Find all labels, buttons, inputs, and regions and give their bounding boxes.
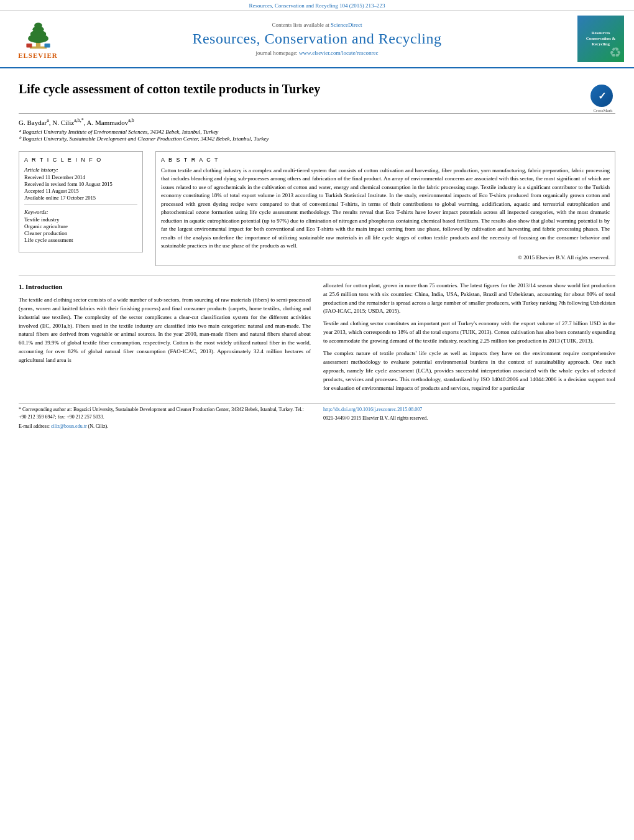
intro-col-left: 1. Introduction The textile and clothing…: [19, 282, 311, 397]
journal-homepage-line: journal homepage: www.elsevier.com/locat…: [66, 50, 568, 56]
email-label: E-mail address:: [19, 423, 51, 429]
elsevier-logo: ELSEVIER: [10, 19, 66, 59]
journal-citation-banner: Resources, Conservation and Recycling 10…: [0, 0, 634, 11]
svg-rect-7: [44, 44, 50, 47]
keyword-4: Life cycle assessment: [24, 237, 137, 243]
available-date: Available online 17 October 2015: [24, 195, 137, 201]
article-history-label: Article history:: [24, 167, 137, 173]
intro-para-1: The textile and clothing sector consists…: [19, 296, 311, 366]
journal-center-header: Contents lists available at ScienceDirec…: [66, 22, 568, 56]
elsevier-brand-label: ELSEVIER: [18, 52, 58, 59]
author-2: N. Ciliz: [52, 119, 74, 126]
keyword-3: Cleaner production: [24, 230, 137, 236]
author-1: G. Baydar: [19, 119, 47, 126]
journal-homepage-link[interactable]: www.elsevier.com/locate/resconrec: [299, 50, 378, 56]
abstract-heading: A B S T R A C T: [161, 157, 610, 163]
article-history-group: Article history: Received 11 December 20…: [24, 167, 137, 201]
main-content-area: Life cycle assessment of cotton textile …: [0, 68, 634, 430]
email-attribution: (N. Ciliz).: [88, 423, 109, 429]
author-3: A. Mammadov: [87, 119, 129, 126]
article-info-box: A R T I C L E I N F O Article history: R…: [19, 151, 143, 252]
introduction-section: 1. Introduction The textile and clothing…: [19, 275, 615, 397]
journal-citation-text: Resources, Conservation and Recycling 10…: [249, 2, 385, 9]
author-1-affil: a: [47, 118, 49, 123]
journal-logo-image: ResourcesConservation &Recycling ♻: [577, 16, 624, 62]
svg-rect-6: [26, 44, 32, 47]
article-title: Life cycle assessment of cotton textile …: [19, 82, 584, 96]
corresponding-author-note: * Corresponding author at: Bogazici Univ…: [19, 406, 311, 421]
contents-text: Contents lists available at: [272, 22, 329, 28]
intro-section-title: 1. Introduction: [19, 282, 311, 292]
article-info-column: A R T I C L E I N F O Article history: R…: [19, 151, 143, 266]
article-title-section: Life cycle assessment of cotton textile …: [19, 76, 615, 114]
journal-title: Resources, Conservation and Recycling: [66, 30, 568, 47]
article-info-heading: A R T I C L E I N F O: [24, 157, 137, 163]
keywords-label: Keywords:: [24, 209, 137, 215]
abstract-column: A B S T R A C T Cotton textile and cloth…: [155, 151, 615, 266]
intro-para-4: The complex nature of textile products' …: [323, 349, 615, 393]
intro-col-right: allocated for cotton plant, grown in mor…: [323, 282, 615, 397]
affiliation-a: ᵃ Bogazici University Institute of Envir…: [19, 129, 615, 135]
authors-line: G. Baydara, N. Ciliza,b,*, A. Mammadova,…: [19, 118, 615, 126]
abstract-copyright: © 2015 Elsevier B.V. All rights reserved…: [161, 254, 610, 261]
accepted-date: Accepted 11 August 2015: [24, 188, 137, 194]
crossmark-label: CrossMark: [590, 108, 615, 113]
footnotes-section: * Corresponding author at: Bogazici Univ…: [19, 403, 615, 430]
authors-section: G. Baydara, N. Ciliza,b,*, A. Mammadova,…: [19, 114, 615, 145]
journal-logo-text: ResourcesConservation &Recycling: [586, 30, 616, 47]
contents-list-line: Contents lists available at ScienceDirec…: [66, 22, 568, 28]
footnotes-left-col: * Corresponding author at: Bogazici Univ…: [19, 406, 311, 430]
affiliation-b: ᵇ Bogazici University, Sustainable Devel…: [19, 136, 615, 142]
email-link[interactable]: ciliz@boun.edu.tr: [51, 423, 87, 429]
svg-rect-1: [29, 46, 46, 48]
journal-logo-box-container: ResourcesConservation &Recycling ♻: [568, 16, 624, 62]
author-3-affil: a,b: [128, 118, 134, 123]
article-meta-row: A R T I C L E I N F O Article history: R…: [19, 151, 615, 266]
issn-line: 0921-3449/© 2015 Elsevier B.V. All right…: [323, 415, 615, 422]
keywords-group: Keywords: Textile industry Organic agric…: [24, 209, 137, 243]
elsevier-tree-icon: [18, 19, 58, 50]
email-note: E-mail address: ciliz@boun.edu.tr (N. Ci…: [19, 423, 311, 430]
footnotes-right-col: http://dx.doi.org/10.1016/j.resconrec.20…: [323, 406, 615, 430]
doi-link[interactable]: http://dx.doi.org/10.1016/j.resconrec.20…: [323, 406, 615, 413]
received-date: Received 11 December 2014: [24, 174, 137, 180]
intro-para-3: Textile and clothing sector constitutes …: [323, 320, 615, 346]
sciencedirect-link[interactable]: ScienceDirect: [331, 22, 362, 28]
affiliations-section: ᵃ Bogazici University Institute of Envir…: [19, 129, 615, 142]
abstract-text: Cotton textile and clothing industry is …: [161, 167, 610, 251]
author-2-affil: a,b,*: [74, 118, 84, 123]
keyword-1: Textile industry: [24, 216, 137, 223]
abstract-box: A B S T R A C T Cotton textile and cloth…: [155, 151, 615, 266]
revised-date: Received in revised form 10 August 2015: [24, 181, 137, 187]
keyword-2: Organic agriculture: [24, 223, 137, 229]
crossmark-icon: ✓: [590, 85, 613, 107]
journal-header: ELSEVIER Contents lists available at Sci…: [0, 11, 634, 68]
info-divider: [24, 205, 137, 205]
intro-para-2: allocated for cotton plant, grown in mor…: [323, 282, 615, 316]
homepage-label: journal homepage:: [256, 50, 298, 56]
svg-point-5: [34, 22, 42, 28]
crossmark-logo[interactable]: ✓ CrossMark: [590, 85, 615, 109]
